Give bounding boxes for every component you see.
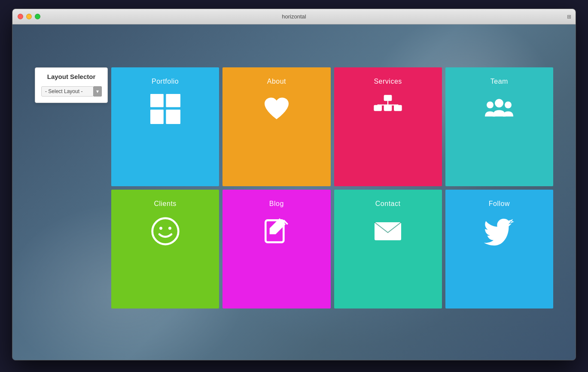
tile-contact[interactable]: Contact — [334, 190, 442, 308]
tile-portfolio-label: Portfolio — [152, 78, 179, 85]
svg-point-18 — [168, 227, 171, 230]
svg-point-13 — [495, 99, 503, 108]
sitemap-icon — [373, 94, 403, 124]
svg-point-14 — [487, 102, 494, 109]
tile-team-label: Team — [491, 78, 508, 85]
svg-rect-0 — [150, 94, 164, 107]
tile-grid: Portfolio About Services — [111, 67, 553, 308]
tile-follow[interactable]: Follow — [445, 190, 553, 308]
envelope-icon — [373, 216, 403, 246]
tile-services[interactable]: Services — [334, 67, 442, 186]
svg-point-17 — [159, 227, 162, 230]
svg-rect-1 — [166, 94, 180, 107]
tile-portfolio[interactable]: Portfolio — [111, 67, 219, 186]
traffic-lights — [18, 14, 40, 19]
layout-selector-title: Layout Selector — [41, 73, 101, 80]
svg-point-15 — [505, 102, 512, 109]
tile-team[interactable]: Team — [445, 67, 553, 186]
select-arrow-icon[interactable] — [93, 86, 102, 97]
group-icon — [484, 94, 514, 124]
tile-about[interactable]: About — [222, 67, 330, 186]
layout-select[interactable]: - Select Layout - Horizontal Vertical Gr… — [41, 86, 94, 97]
maximize-button[interactable] — [35, 14, 40, 19]
minimize-button[interactable] — [26, 14, 32, 19]
svg-point-16 — [152, 218, 178, 245]
heart-icon — [262, 94, 292, 124]
expand-icon[interactable]: ⊞ — [567, 14, 571, 20]
svg-rect-4 — [384, 95, 392, 101]
smiley-icon — [150, 216, 180, 246]
tile-follow-label: Follow — [489, 200, 510, 208]
svg-rect-3 — [166, 109, 180, 124]
tile-clients[interactable]: Clients — [111, 190, 219, 308]
svg-rect-5 — [374, 105, 382, 111]
svg-rect-2 — [150, 109, 164, 124]
svg-rect-7 — [394, 105, 402, 111]
layout-selector-panel: Layout Selector - Select Layout - Horizo… — [35, 67, 108, 103]
twitter-icon — [484, 216, 514, 246]
edit-icon — [262, 216, 292, 246]
tile-services-label: Services — [374, 78, 402, 85]
title-bar: horizontal ⊞ — [12, 9, 576, 24]
select-wrapper: - Select Layout - Horizontal Vertical Gr… — [41, 86, 101, 97]
window-frame: horizontal ⊞ Layout Selector - Select La… — [12, 9, 576, 360]
tile-contact-label: Contact — [375, 200, 401, 208]
svg-rect-6 — [384, 105, 392, 111]
tile-clients-label: Clients — [154, 200, 176, 208]
tile-about-label: About — [267, 78, 286, 85]
window-body: Layout Selector - Select Layout - Horizo… — [12, 24, 576, 360]
windows-icon — [150, 94, 180, 124]
tile-blog[interactable]: Blog — [222, 190, 330, 308]
window-title: horizontal — [282, 13, 306, 20]
close-button[interactable] — [18, 14, 23, 19]
tile-blog-label: Blog — [269, 200, 284, 208]
